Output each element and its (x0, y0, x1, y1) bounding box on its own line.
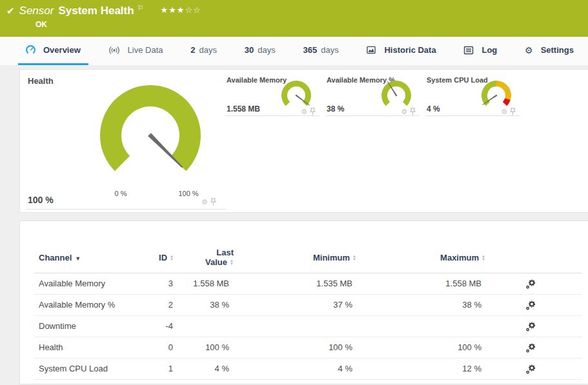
available-memory-pct-gauge (381, 80, 412, 111)
tab-365-days[interactable]: 365days (296, 37, 347, 65)
tab-30-days[interactable]: 30days (237, 37, 283, 65)
channel-settings-icon[interactable] (520, 337, 542, 358)
channel-settings-icon[interactable] (520, 316, 542, 337)
tab-overview[interactable]: Overview (18, 37, 88, 65)
divider (325, 115, 420, 116)
pin-icon[interactable] (510, 108, 516, 115)
divider (425, 115, 520, 116)
channel-name[interactable]: Downtime (39, 316, 76, 337)
channel-name[interactable]: Available Memory (39, 273, 105, 294)
table-row[interactable]: Health 0 100 % 100 % 100 % (34, 337, 582, 359)
gauges-panel: Health 0 % 100 % 100 % ⚙ Available Memor… (19, 69, 588, 213)
channel-name[interactable]: Health (39, 337, 63, 358)
gauge-title: Available Memory (227, 76, 287, 84)
gauge-max-label: 100 % (170, 190, 207, 197)
channels-panel: Channel▼ ID▲▼ Last Value▲▼ Minimum▲▼ Max… (19, 221, 588, 384)
gauge-icon (26, 45, 35, 55)
area-chart-icon (366, 45, 376, 55)
sensor-header: ✔ Sensor System Health ⚐ ★★★☆☆ OK (0, 0, 588, 37)
channel-name[interactable]: System CPU Load (39, 359, 108, 379)
divider (225, 115, 319, 116)
gear-icon[interactable]: ⚙ (401, 108, 407, 115)
divider (26, 209, 227, 210)
health-gauge (99, 84, 202, 187)
table-row[interactable]: Available Memory % 2 38 % 37 % 38 % (34, 295, 582, 316)
log-list-icon (463, 46, 474, 55)
pin-icon[interactable] (310, 108, 316, 115)
channel-settings-icon[interactable] (520, 295, 542, 315)
table-row[interactable]: Available Memory 3 1.558 MB 1.535 MB 1.5… (34, 273, 582, 295)
gauge-block-system-cpu-load: System CPU Load 4 % ⚙ (425, 75, 520, 121)
sensor-name: System Health (58, 5, 134, 17)
tab-log[interactable]: Log (456, 37, 505, 65)
tab-live-data[interactable]: Live Data (101, 37, 171, 65)
column-header-id[interactable]: ID▲▼ (110, 253, 174, 262)
status-badge: OK (35, 20, 47, 29)
gear-icon[interactable]: ⚙ (301, 108, 307, 115)
sort-icon: ▲▼ (352, 255, 356, 261)
column-header-maximum[interactable]: Maximum▲▼ (398, 253, 485, 262)
gauge-block-available-memory: Available Memory 1.558 MB ⚙ (225, 75, 319, 121)
pin-icon[interactable] (210, 198, 216, 206)
sort-icon: ▲▼ (170, 255, 174, 261)
gauge-block-available-memory-pct: Available Memory % 38 % ⚙ (325, 75, 420, 121)
channel-name[interactable]: Available Memory % (39, 295, 115, 315)
gauge-title: System CPU Load (427, 76, 488, 84)
column-header-channel[interactable]: Channel▼ (39, 253, 81, 262)
channel-table-body: Available Memory 3 1.558 MB 1.535 MB 1.5… (34, 273, 582, 380)
sort-icon: ▲▼ (230, 259, 234, 266)
sort-icon: ▲▼ (482, 255, 485, 261)
column-header-minimum[interactable]: Minimum▲▼ (269, 253, 356, 262)
tab-settings[interactable]: ⚙ Settings (517, 37, 582, 65)
gauge-value: 1.558 MB (227, 104, 260, 114)
system-cpu-load-gauge (481, 80, 512, 111)
tab-bar: Overview Live Data 2days 30days 365days … (0, 37, 588, 65)
gear-icon[interactable]: ⚙ (201, 199, 208, 206)
tab-2-days[interactable]: 2days (183, 37, 225, 65)
flag-icon[interactable]: ⚐ (137, 4, 144, 12)
primary-gauge-title: Health (28, 76, 54, 86)
gauge-value: 38 % (327, 104, 344, 114)
object-kind-label: Sensor (19, 5, 54, 17)
channel-settings-icon[interactable] (520, 359, 542, 379)
channel-settings-icon[interactable] (520, 273, 542, 294)
pin-icon[interactable] (410, 108, 416, 115)
column-header-last-value[interactable]: Last Value▲▼ (178, 248, 234, 267)
tab-historic-data[interactable]: Historic Data (358, 37, 443, 65)
broadcast-icon (108, 46, 120, 55)
available-memory-gauge (281, 80, 312, 111)
status-check-icon: ✔ (6, 5, 15, 17)
sort-desc-icon: ▼ (75, 255, 81, 262)
gauge-value: 4 % (427, 104, 440, 114)
primary-gauge-value: 100 % (28, 195, 54, 205)
gear-icon[interactable]: ⚙ (501, 108, 507, 115)
priority-stars[interactable]: ★★★☆☆ (161, 5, 201, 15)
gauge-min-label: 0 % (106, 190, 135, 197)
gear-icon: ⚙ (525, 45, 533, 55)
table-row[interactable]: Downtime -4 (34, 316, 582, 337)
table-row[interactable]: System CPU Load 1 4 % 4 % 12 % (34, 359, 582, 380)
